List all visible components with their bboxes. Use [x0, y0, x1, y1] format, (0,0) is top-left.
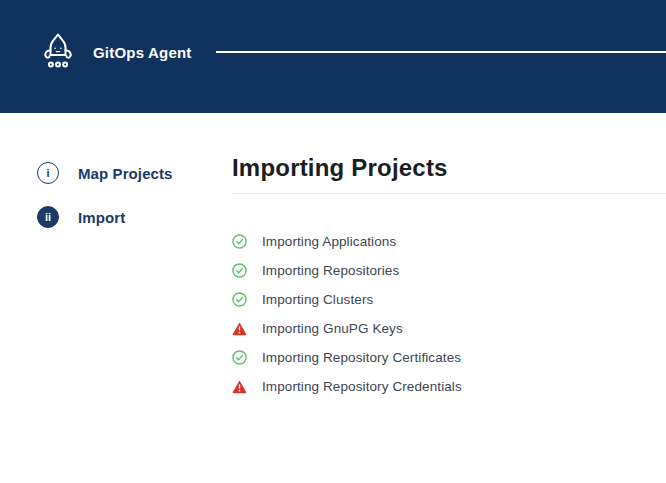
import-status-row: Importing Clusters — [232, 285, 666, 314]
import-status-row: Importing Applications — [232, 227, 666, 256]
import-panel: Importing Projects Importing Application… — [232, 113, 666, 401]
step-label: Import — [78, 209, 125, 226]
step-number-badge: i — [37, 162, 59, 184]
import-status-row: Importing Repository Credentials — [232, 372, 666, 401]
check-circle-icon — [232, 263, 247, 278]
warning-triangle-icon — [232, 321, 247, 336]
wizard-step-import[interactable]: ii Import — [37, 206, 232, 228]
import-status-label: Importing Repository Certificates — [262, 350, 461, 365]
check-circle-icon — [232, 350, 247, 365]
argo-octopus-icon — [38, 29, 78, 75]
import-status-row: Importing Repository Certificates — [232, 343, 666, 372]
page-title: Importing Projects — [232, 154, 666, 182]
import-status-label: Importing Applications — [262, 234, 396, 249]
import-status-list: Importing Applications Importing Reposit… — [232, 227, 666, 401]
step-label: Map Projects — [78, 165, 173, 182]
app-title: GitOps Agent — [93, 44, 192, 61]
import-status-label: Importing GnuPG Keys — [262, 321, 403, 336]
header-divider-line — [216, 51, 666, 53]
app-header: GitOps Agent — [0, 0, 666, 113]
import-status-label: Importing Clusters — [262, 292, 373, 307]
import-status-label: Importing Repository Credentials — [262, 379, 462, 394]
wizard-steps-sidebar: i Map Projects ii Import — [0, 113, 232, 250]
import-status-label: Importing Repositories — [262, 263, 399, 278]
check-circle-icon — [232, 234, 247, 249]
step-number-badge: ii — [37, 206, 59, 228]
content-area: i Map Projects ii Import Importing Proje… — [0, 113, 666, 401]
import-status-row: Importing GnuPG Keys — [232, 314, 666, 343]
warning-triangle-icon — [232, 379, 247, 394]
wizard-step-map-projects[interactable]: i Map Projects — [37, 162, 232, 184]
import-status-row: Importing Repositories — [232, 256, 666, 285]
title-divider — [232, 193, 666, 194]
check-circle-icon — [232, 292, 247, 307]
